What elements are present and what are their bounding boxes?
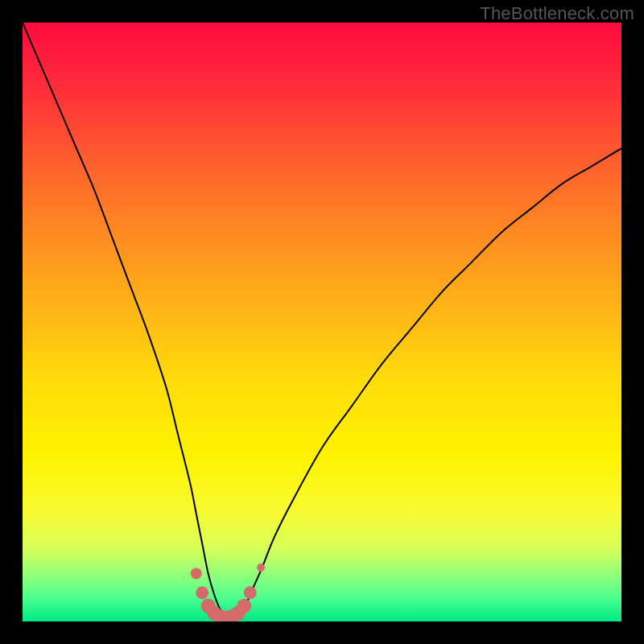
- highlight-marker: [244, 586, 257, 599]
- highlight-marker: [191, 568, 202, 579]
- bottleneck-chart-svg: [23, 23, 621, 621]
- gradient-background: [23, 23, 621, 621]
- highlight-marker: [196, 586, 208, 599]
- watermark-text: TheBottleneck.com: [480, 3, 634, 24]
- chart-frame: TheBottleneck.com: [0, 0, 644, 644]
- plot-area: [23, 23, 621, 621]
- highlight-marker: [237, 599, 251, 613]
- highlight-marker: [257, 564, 265, 572]
